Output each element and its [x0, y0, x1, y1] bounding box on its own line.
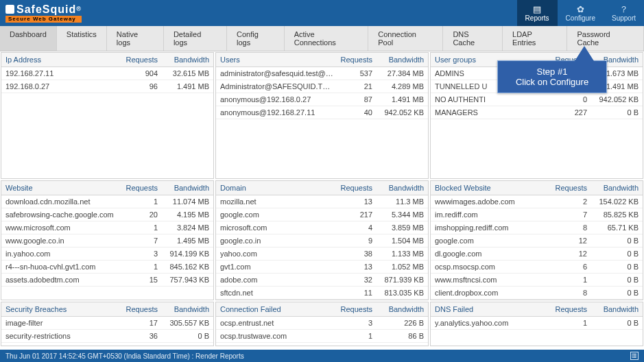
row-label: anonymous@192.168.0.27 [220, 95, 335, 104]
table-row[interactable]: adobe.com32871.939 KB [216, 274, 428, 287]
panel-title: Security Breaches [5, 305, 120, 313]
table-row[interactable]: anonymous@192.168.0.27871.491 MB [216, 93, 428, 106]
row-bandwidth: 0 B [158, 332, 209, 340]
row-bandwidth: 1.052 MB [372, 263, 424, 271]
table-row[interactable]: google.com120 B [431, 234, 643, 248]
panel-header: DomainRequestsBandwidth [216, 181, 428, 195]
row-bandwidth: 942.052 KB [372, 108, 424, 117]
row-bandwidth: 5.344 MB [372, 210, 424, 219]
row-bandwidth: 86 B [372, 332, 424, 340]
table-row[interactable]: google.co.in91.504 MB [216, 234, 428, 248]
table-row[interactable]: image-filter17305.557 KB [1, 317, 213, 330]
table-row[interactable]: y.analytics.yahoo.com10 B [431, 317, 643, 330]
requests-header: Requests [549, 184, 587, 192]
table-row[interactable]: 192.168.27.1190432.615 MB [1, 67, 213, 80]
bandwidth-header: Bandwidth [587, 305, 639, 313]
row-requests: 40 [335, 108, 372, 117]
nav-reports-label: Reports [525, 14, 549, 22]
nav-configure[interactable]: ✿ Configure [558, 0, 604, 26]
tab-ldap-entries[interactable]: LDAP Entries [503, 26, 567, 51]
table-row[interactable]: r4---sn-huoa-cvhl.gvt1.com1845.162 KB [1, 261, 213, 274]
row-bandwidth: 0 B [587, 108, 639, 117]
requests-header: Requests [335, 305, 372, 313]
panel-security-breaches: Security BreachesRequestsBandwidthimage-… [1, 302, 214, 346]
panel-dns-failed: DNS FailedRequestsBandwidthy.analytics.y… [430, 302, 643, 346]
brand-name: SafeSquid [16, 4, 76, 15]
table-row[interactable]: dl.google.com120 B [431, 248, 643, 261]
row-requests: 8 [549, 289, 587, 297]
row-label: safebrowsing-cache.google.com [5, 210, 120, 219]
row-requests: 0 [549, 95, 587, 104]
table-row[interactable]: 192.168.0.27961.491 MB [1, 80, 213, 93]
row-bandwidth: 154.022 KB [587, 197, 639, 206]
table-row[interactable]: microsoft.com43.859 MB [216, 221, 428, 234]
table-row[interactable]: ocsp.entrust.net3226 B [216, 317, 428, 330]
tab-dashboard[interactable]: Dashboard [0, 26, 57, 51]
row-requests: 15 [120, 276, 158, 284]
bandwidth-header: Bandwidth [372, 56, 424, 64]
row-requests: 8 [549, 224, 587, 232]
nav-support[interactable]: ？ Support [604, 0, 644, 26]
tab-active-connections[interactable]: Active Connections [285, 26, 369, 51]
row-label: ocsp.trustwave.com [220, 332, 335, 340]
tab-config-logs[interactable]: Config logs [227, 26, 285, 51]
row-label: google.com [435, 237, 549, 245]
table-row[interactable]: www.microsoft.com13.824 MB [1, 221, 213, 234]
row-requests: 21 [335, 82, 372, 90]
row-bandwidth: 845.162 KB [158, 263, 209, 271]
row-requests: 13 [335, 197, 372, 206]
bandwidth-header: Bandwidth [372, 184, 424, 192]
table-row[interactable]: ocsp.msocsp.com60 B [431, 261, 643, 274]
row-requests: 217 [335, 210, 372, 219]
callout-step: Step #1 [505, 67, 599, 77]
tab-connection-pool[interactable]: Connection Pool [368, 26, 443, 51]
row-requests: 904 [120, 69, 158, 77]
table-row[interactable]: NO AUTHENTI0942.052 KB [431, 93, 643, 106]
tab-native-logs[interactable]: Native logs [107, 26, 164, 51]
table-row[interactable]: google.com2175.344 MB [216, 208, 428, 221]
table-row[interactable]: assets.adobedtm.com15757.943 KB [1, 274, 213, 287]
tab-statistics[interactable]: Statistics [57, 26, 107, 51]
table-row[interactable]: www.google.co.in71.495 MB [1, 234, 213, 248]
row-requests: 11 [335, 289, 372, 297]
table-row[interactable]: client.dropbox.com80 B [431, 287, 643, 300]
panel-body: y.analytics.yahoo.com10 B [431, 317, 643, 346]
row-bandwidth: 65.71 KB [587, 224, 639, 232]
table-row[interactable]: yahoo.com381.133 MB [216, 248, 428, 261]
table-row[interactable]: wwwimages.adobe.com2154.022 KB [431, 195, 643, 208]
table-row[interactable]: MANAGERS2270 B [431, 106, 643, 119]
table-row[interactable]: sftcdn.net11813.035 KB [216, 287, 428, 300]
table-row[interactable]: ocsp.trustwave.com186 B [216, 330, 428, 343]
table-row[interactable]: anonymous@192.168.27.1140942.052 KB [216, 106, 428, 119]
row-bandwidth: 0 B [587, 263, 639, 271]
tab-dns-cache[interactable]: DNS Cache [443, 26, 503, 51]
table-row[interactable]: imshopping.rediff.com865.71 KB [431, 221, 643, 234]
top-nav: ▤ Reports ✿ Configure ？ Support [517, 0, 644, 26]
table-row[interactable]: safebrowsing-cache.google.com204.195 MB [1, 208, 213, 221]
row-bandwidth: 1.133 MB [372, 250, 424, 258]
document-icon[interactable]: ▥ [630, 352, 639, 360]
row-bandwidth: 0 B [587, 319, 639, 327]
table-row[interactable]: mozilla.net1311.3 MB [216, 195, 428, 208]
row-requests: 1 [549, 319, 587, 327]
table-row[interactable]: gvt1.com131.052 MB [216, 261, 428, 274]
table-row[interactable]: administrator@safesquid.test@192.168.27.… [216, 67, 428, 80]
row-requests: 38 [335, 250, 372, 258]
nav-reports[interactable]: ▤ Reports [517, 0, 558, 26]
table-row[interactable]: download.cdn.mozilla.net111.074 MB [1, 195, 213, 208]
table-row[interactable]: in.yahoo.com3914.199 KB [1, 248, 213, 261]
table-row[interactable]: Administrator@SAFESQUID.TEST@192.168.27.… [216, 80, 428, 93]
table-row[interactable]: im.rediff.com785.825 KB [431, 208, 643, 221]
row-label: google.co.in [220, 237, 335, 245]
panel-body: image-filter17305.557 KBsecurity-restric… [1, 317, 213, 346]
row-label: ocsp.entrust.net [220, 319, 335, 327]
reports-icon: ▤ [533, 5, 541, 14]
row-requests: 96 [120, 82, 158, 90]
row-label: download.cdn.mozilla.net [5, 197, 120, 206]
table-row[interactable]: security-restrictions360 B [1, 330, 213, 343]
row-label: adobe.com [220, 276, 335, 284]
table-row[interactable]: www.msftncsi.com10 B [431, 274, 643, 287]
tab-detailed-logs[interactable]: Detailed logs [164, 26, 227, 51]
callout-text: Click on Configure [505, 77, 599, 87]
row-bandwidth: 4.195 MB [158, 210, 209, 219]
